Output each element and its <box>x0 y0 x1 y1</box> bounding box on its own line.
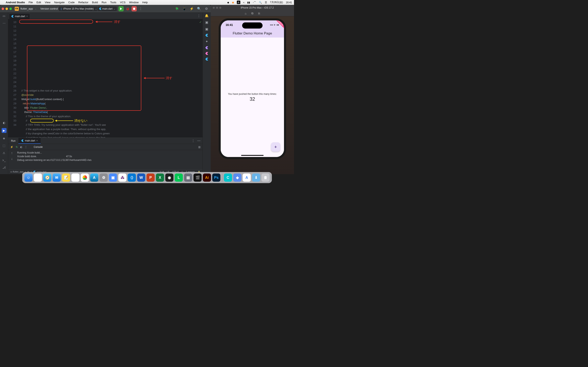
menu-refactor[interactable]: Refactor <box>78 1 88 4</box>
device-selector[interactable]: ▯ iPhone 15 Pro Max (mobile) ⌄ <box>58 6 99 11</box>
sim-home-icon[interactable]: ⌂ <box>245 12 246 15</box>
sim-minimize-button[interactable] <box>216 7 218 9</box>
dock-fcp[interactable]: 🎬 <box>194 174 202 182</box>
terminal-icon[interactable]: >_ <box>2 158 6 162</box>
stop-button[interactable] <box>131 6 137 11</box>
window-minimize-button[interactable] <box>6 8 8 10</box>
layout-icon[interactable]: ▥ <box>198 146 200 149</box>
inspect-icon[interactable]: ◈ <box>2 136 6 140</box>
debug-icon[interactable]: 🪲 <box>174 6 180 11</box>
dock-illustrator[interactable]: Ai <box>203 174 211 182</box>
run-config-selector[interactable]: main.dart ⌄ <box>97 6 117 11</box>
menubar-app-name[interactable]: Android Studio <box>6 1 25 4</box>
control-center-icon[interactable]: ☰ <box>265 1 267 4</box>
dock-mail[interactable]: ✉ <box>53 174 61 182</box>
flutter-outline-icon[interactable] <box>205 34 208 37</box>
run-panel-tab-file[interactable]: main.dart × <box>18 138 41 144</box>
sim-close-button[interactable] <box>213 7 215 9</box>
console-label[interactable]: Console <box>34 146 43 149</box>
dock-excel[interactable]: X <box>156 174 164 182</box>
editor-more-icon[interactable]: ⋮ <box>197 14 203 18</box>
scroll-down-icon[interactable]: ↓ <box>11 157 13 161</box>
scroll-up-icon[interactable]: ↑ <box>11 151 13 155</box>
dock-word[interactable]: W <box>137 174 145 182</box>
dock-zoom[interactable]: ▣ <box>109 174 117 182</box>
dock-trash[interactable]: 🗑 <box>261 174 270 182</box>
version-control-widget[interactable]: Version control <box>40 7 58 10</box>
dock-slack[interactable]: ⁂ <box>118 174 127 182</box>
hot-restart-icon[interactable]: ↻ <box>16 146 18 149</box>
sim-zoom-button[interactable] <box>219 7 221 9</box>
menu-help[interactable]: Help <box>142 1 148 4</box>
window-zoom-button[interactable] <box>9 8 12 10</box>
flutter-icon[interactable] <box>205 52 208 55</box>
window-close-button[interactable] <box>2 8 4 10</box>
git-icon[interactable]: ⎇ <box>2 166 6 170</box>
dock-notes[interactable]: 📝 <box>62 174 70 182</box>
close-tab-icon[interactable]: × <box>26 15 28 18</box>
menubar-time[interactable]: 16:41 <box>286 1 292 4</box>
bluetooth-icon[interactable]: ᚜ <box>243 1 244 4</box>
editor-tab-main[interactable]: main.dart × <box>9 13 30 19</box>
iphone-simulator[interactable]: DEBUG 16:41 •••• ᯤ ▮▮ Flutter Demo Home … <box>219 18 286 159</box>
devtools-icon[interactable]: ◐ <box>20 146 22 149</box>
dock-figma[interactable]: ◉ <box>165 174 173 182</box>
dock-vscode[interactable]: ⟨⟩ <box>128 174 136 182</box>
dock-powerpoint[interactable]: P <box>147 174 155 182</box>
structure-icon[interactable]: ⬚ <box>2 143 6 148</box>
dock-canva[interactable]: C <box>224 174 232 182</box>
flutter-icon[interactable] <box>205 58 208 60</box>
device-manager-icon[interactable]: 📱 <box>182 6 187 11</box>
project-name[interactable]: flutter_app <box>20 7 33 10</box>
input-source-icon[interactable]: あ <box>237 1 240 4</box>
home-indicator[interactable] <box>241 155 264 156</box>
console-output[interactable]: Running Xcode build... Xcode build done.… <box>16 150 203 169</box>
battery-icon[interactable]: ▮▮ <box>247 1 250 4</box>
dock-app[interactable]: ▤ <box>184 174 192 182</box>
menu-navigate[interactable]: Navigate <box>54 1 65 4</box>
menu-run[interactable]: Run <box>102 1 107 4</box>
menu-edit[interactable]: Edit <box>36 1 41 4</box>
close-icon[interactable]: × <box>36 139 38 142</box>
run-tool-icon[interactable]: ▶ <box>2 128 7 133</box>
dock-finder[interactable]: ☺ <box>25 174 33 182</box>
code-editor[interactable]: 1011121314151617181920212223242526272829… <box>8 19 203 138</box>
dock-app[interactable]: ◆ <box>233 174 242 182</box>
dock-downloads[interactable]: ⬇ <box>252 174 260 182</box>
toolbox-icon[interactable]: ◆ <box>227 1 229 4</box>
run-panel-tab-run[interactable]: Run <box>8 138 18 144</box>
hide-panel-icon[interactable]: — <box>197 139 200 143</box>
spotlight-icon[interactable]: 🔍 <box>259 1 262 4</box>
dock-chrome[interactable] <box>81 174 89 182</box>
menu-file[interactable]: File <box>29 1 33 4</box>
menu-code[interactable]: Code <box>68 1 75 4</box>
sim-copy-icon[interactable]: ⎘ <box>258 12 260 15</box>
sim-screenshot-icon[interactable]: ⧉ <box>251 12 253 15</box>
more-icon[interactable]: ⋯ <box>2 21 6 25</box>
menu-tools[interactable]: Tools <box>110 1 116 4</box>
menu-view[interactable]: View <box>45 1 51 4</box>
menu-build[interactable]: Build <box>92 1 98 4</box>
settings-gear-icon[interactable]: ⚙ <box>204 6 209 11</box>
flutter-hot-reload-icon[interactable]: ⚡ <box>189 6 194 11</box>
dock-launchpad[interactable]: ⊞ <box>34 174 42 182</box>
more-icon[interactable]: ⋮ <box>25 146 27 149</box>
dock-safari[interactable]: 🧭 <box>43 174 52 182</box>
tool-icon[interactable]: ▣ <box>205 27 208 31</box>
tool-icon[interactable]: ▣ <box>205 20 208 24</box>
problems-icon[interactable]: ⚠ <box>2 151 6 155</box>
run-more-icon[interactable]: ⋮ <box>191 139 195 143</box>
flutter-icon[interactable] <box>205 46 208 49</box>
performance-icon[interactable]: ◐ <box>2 121 6 125</box>
search-icon[interactable]: 🔍 <box>196 6 202 11</box>
dock-appstore[interactable]: A <box>90 174 98 182</box>
more-run-icon[interactable]: ⋮ <box>138 6 143 11</box>
dock-line[interactable]: L <box>175 174 183 182</box>
assist-icon[interactable]: ✦ <box>205 40 208 43</box>
debug-button[interactable]: 🐞 <box>125 6 130 11</box>
menu-window[interactable]: Window <box>129 1 139 4</box>
notifications-icon[interactable]: 🔔 <box>205 14 209 17</box>
dock-app[interactable]: A <box>243 174 251 182</box>
hot-reload-icon[interactable]: ⚡ <box>10 146 13 149</box>
record-icon[interactable]: ◉ <box>232 1 234 4</box>
